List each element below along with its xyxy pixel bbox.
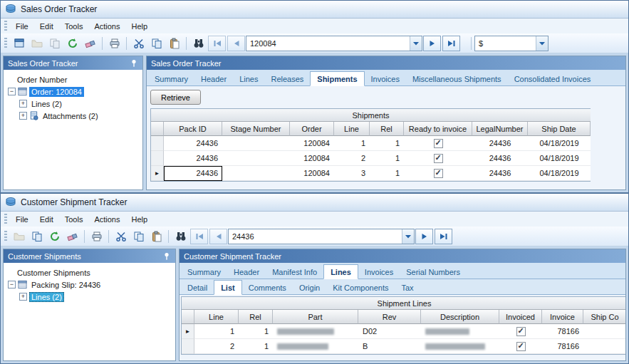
search-button[interactable]: [172, 228, 189, 244]
cell-line[interactable]: 3: [334, 166, 370, 181]
cell-ship-date[interactable]: 04/18/2019: [528, 136, 591, 151]
row-indicator[interactable]: [151, 151, 164, 166]
paste-button[interactable]: [147, 228, 165, 244]
cell-rev[interactable]: B: [358, 339, 421, 354]
cell-description-redacted[interactable]: [421, 339, 499, 354]
col-ship-date[interactable]: Ship Date: [528, 122, 591, 136]
ready-to-invoice-checkbox[interactable]: [434, 169, 443, 178]
tree-node-customer-shipments[interactable]: Customer Shipments: [4, 266, 175, 279]
cell-part-redacted[interactable]: [273, 324, 358, 339]
subtab-tax[interactable]: Tax: [395, 281, 420, 294]
invoiced-checkbox[interactable]: [516, 342, 526, 351]
ready-to-invoice-checkbox[interactable]: [434, 154, 443, 163]
row-indicator-selected[interactable]: [151, 166, 164, 181]
tab-summary[interactable]: Summary: [148, 72, 194, 85]
subtab-origin[interactable]: Origin: [293, 281, 326, 294]
menu-file[interactable]: File: [10, 20, 34, 33]
next-record-button[interactable]: [415, 229, 433, 244]
cell-rel[interactable]: 1: [370, 136, 404, 151]
col-rel[interactable]: Rel: [370, 122, 404, 136]
last-record-button[interactable]: [442, 36, 460, 51]
refresh-button[interactable]: [46, 228, 63, 244]
cell-ship-date[interactable]: 04/18/2019: [528, 166, 591, 181]
tab-header[interactable]: Header: [194, 72, 233, 85]
menu-tools[interactable]: Tools: [59, 20, 89, 33]
pin-icon[interactable]: [162, 252, 171, 261]
col-line[interactable]: Line: [194, 310, 239, 324]
tree-node-packing-slip[interactable]: − Packing Slip: 24436: [4, 279, 175, 291]
expand-icon[interactable]: +: [19, 100, 27, 108]
cell-pack-id[interactable]: 24436: [164, 136, 222, 151]
cell-ship-co[interactable]: [583, 324, 625, 339]
row-indicator-selected[interactable]: [182, 324, 194, 339]
subtab-kit-components[interactable]: Kit Components: [326, 281, 395, 294]
cut-button[interactable]: [130, 35, 147, 51]
tab-manifest-info[interactable]: Manifest Info: [266, 265, 323, 279]
print-button[interactable]: [105, 35, 123, 51]
menu-grip[interactable]: [4, 214, 7, 225]
cell-pack-id-current[interactable]: 24436: [164, 166, 222, 181]
tab-header[interactable]: Header: [227, 265, 266, 279]
cut-button[interactable]: [112, 228, 130, 244]
copy-button[interactable]: [130, 228, 147, 244]
cell-legal-number[interactable]: 24436: [472, 136, 528, 151]
collapse-icon[interactable]: −: [8, 281, 16, 288]
expand-icon[interactable]: +: [19, 112, 27, 120]
cell-ship-co[interactable]: [583, 339, 625, 354]
search-button[interactable]: [189, 35, 207, 51]
toolbar-grip[interactable]: [4, 38, 7, 49]
toolbar-grip[interactable]: [4, 231, 7, 242]
tab-invoices[interactable]: Invoices: [365, 72, 406, 85]
paste-button[interactable]: [165, 35, 183, 51]
cell-line[interactable]: 1: [334, 136, 370, 151]
clear-button[interactable]: [81, 35, 99, 51]
cell-invoice[interactable]: 78166: [542, 339, 583, 354]
cell-legal-number[interactable]: 24436: [472, 151, 528, 166]
menu-grip[interactable]: [4, 21, 7, 32]
first-record-button[interactable]: [190, 229, 208, 244]
menu-actions[interactable]: Actions: [88, 20, 125, 33]
cell-ship-date[interactable]: 04/18/2019: [528, 151, 591, 166]
cell-order[interactable]: 120084: [290, 136, 334, 151]
tab-lines[interactable]: Lines: [233, 72, 264, 85]
tree-node-order-number[interactable]: Order Number: [4, 73, 142, 85]
cell-stage-number[interactable]: [222, 166, 290, 181]
cell-stage-number[interactable]: [222, 136, 290, 151]
ship-titlebar[interactable]: Customer Shipment Tracker: [1, 194, 628, 212]
clear-button[interactable]: [63, 228, 81, 244]
subtab-list[interactable]: List: [214, 280, 242, 295]
col-ready-to-invoice[interactable]: Ready to invoice: [404, 122, 472, 136]
combo-dropdown-button[interactable]: [402, 229, 414, 244]
tab-summary[interactable]: Summary: [181, 265, 227, 279]
cell-rel[interactable]: 1: [370, 166, 404, 181]
tab-serial-numbers[interactable]: Serial Numbers: [400, 265, 467, 279]
retrieve-button[interactable]: Retrieve: [150, 90, 201, 105]
menu-tools[interactable]: Tools: [59, 213, 89, 226]
menu-edit[interactable]: Edit: [34, 213, 59, 226]
duplicate-button[interactable]: [46, 35, 63, 51]
next-record-button[interactable]: [423, 36, 441, 51]
tree-node-lines[interactable]: + Lines (2): [4, 291, 175, 303]
ready-to-invoice-checkbox[interactable]: [434, 139, 443, 148]
tree-node-attachments[interactable]: + Attachments (2): [4, 110, 142, 122]
cell-part-redacted[interactable]: [273, 339, 358, 354]
col-part[interactable]: Part: [273, 310, 358, 324]
refresh-button[interactable]: [63, 35, 81, 51]
previous-record-button[interactable]: [227, 36, 245, 51]
col-pack-id[interactable]: Pack ID: [164, 122, 222, 136]
duplicate-button[interactable]: [28, 228, 46, 244]
tab-shipments[interactable]: Shipments: [310, 71, 364, 86]
col-rel[interactable]: Rel: [239, 310, 273, 324]
open-button[interactable]: [28, 35, 46, 51]
expand-icon[interactable]: +: [19, 293, 27, 301]
collapse-icon[interactable]: −: [8, 88, 16, 95]
cell-description-redacted[interactable]: [421, 324, 499, 339]
tree-node-order[interactable]: − Order: 120084: [4, 85, 142, 98]
col-order[interactable]: Order: [290, 122, 334, 136]
subtab-comments[interactable]: Comments: [242, 281, 293, 294]
cell-rel[interactable]: 1: [239, 339, 273, 354]
tree-node-lines[interactable]: + Lines (2): [4, 98, 142, 110]
open-button[interactable]: [10, 228, 28, 244]
cell-line[interactable]: 2: [194, 339, 239, 354]
menu-help[interactable]: Help: [125, 213, 153, 226]
